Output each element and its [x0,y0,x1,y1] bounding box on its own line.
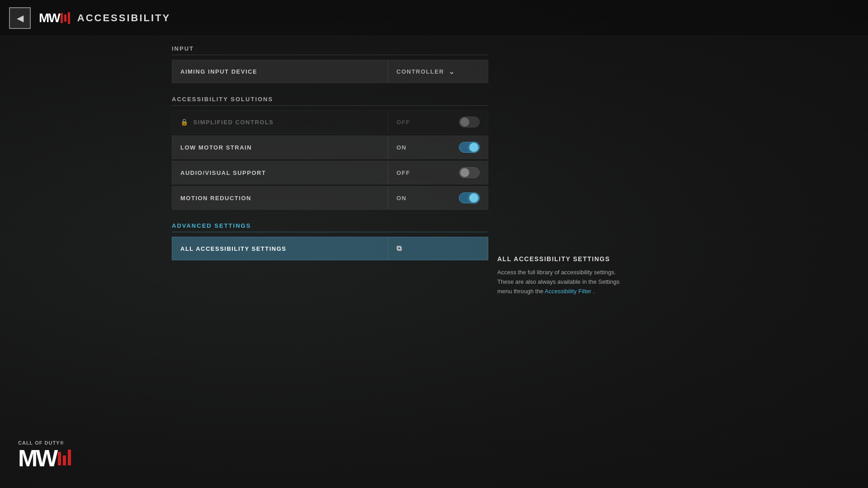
chevron-down-icon: ⌄ [448,67,455,76]
audio-visual-support-row[interactable]: AUDIO/VISUAL SUPPORT OFF [172,161,488,184]
input-section-label: INPUT [172,45,488,55]
simplified-controls-row: 🔒 SIMPLIFIED CONTROLS OFF [172,110,488,134]
motion-reduction-label: MOTION REDUCTION [172,195,388,202]
low-motor-strain-state: ON [396,144,407,151]
audio-visual-support-value[interactable]: OFF [388,167,488,178]
low-motor-strain-row[interactable]: LOW MOTOR STRAIN ON [172,136,488,159]
page-title: ACCESSIBILITY [77,12,170,24]
iii-bar-3 [68,450,71,465]
low-motor-strain-toggle[interactable] [459,142,480,153]
motion-reduction-row[interactable]: MOTION REDUCTION ON [172,186,488,210]
advanced-section: ADVANCED SETTINGS ALL ACCESSIBILITY SETT… [172,222,488,260]
main-content: INPUT AIMING INPUT DEVICE CONTROLLER ⌄ A… [172,45,488,273]
audio-visual-support-label: AUDIO/VISUAL SUPPORT [172,169,388,176]
all-accessibility-settings-label: ALL ACCESSIBILITY SETTINGS [172,245,388,252]
aiming-input-device-label: AIMING INPUT DEVICE [172,68,388,75]
info-panel-title: ALL ACCESSIBILITY SETTINGS [497,255,624,263]
bottom-logo: CALL OF DUTY® MW [18,440,71,470]
audio-visual-toggle[interactable] [459,167,480,178]
lock-icon: 🔒 [180,118,189,126]
logo-bar-3 [68,12,70,24]
motion-reduction-value[interactable]: ON [388,192,488,203]
back-button[interactable]: ◀ [9,7,31,29]
controller-dropdown[interactable]: CONTROLLER ⌄ [396,67,455,76]
accessibility-solutions-section: ACCESSIBILITY SOLUTIONS 🔒 SIMPLIFIED CON… [172,96,488,210]
low-motor-strain-label: LOW MOTOR STRAIN [172,144,388,151]
toggle-thumb [469,193,478,202]
iii-bars [58,450,71,467]
mw-big-text: MW [18,446,56,470]
all-accessibility-settings-value[interactable]: ⧉ [388,244,488,253]
simplified-controls-value: OFF [388,117,488,127]
low-motor-strain-value[interactable]: ON [388,142,488,153]
all-accessibility-settings-row[interactable]: ALL ACCESSIBILITY SETTINGS ⧉ [172,237,488,260]
toggle-thumb [460,168,469,177]
logo-bar-1 [61,13,63,23]
controller-value-text: CONTROLLER [396,68,444,75]
logo-bar-2 [64,14,66,22]
motion-reduction-state: ON [396,195,407,202]
advanced-settings-label: ADVANCED SETTINGS [172,222,488,232]
aiming-input-device-row[interactable]: AIMING INPUT DEVICE CONTROLLER ⌄ [172,60,488,83]
info-text-after: . [593,288,595,295]
back-arrow-icon: ◀ [17,14,24,23]
mwiii-logo: MW [18,446,71,470]
simplified-controls-state: OFF [396,119,410,126]
simplified-controls-toggle [459,117,480,127]
accessibility-filter-link[interactable]: Accessibility Filter [545,288,591,295]
external-link-icon: ⧉ [396,244,402,253]
motion-reduction-toggle[interactable] [459,192,480,203]
info-panel-text: Access the full library of accessibility… [497,268,624,296]
iii-bar-2 [63,455,66,465]
accessibility-solutions-label: ACCESSIBILITY SOLUTIONS [172,96,488,106]
logo-bars [61,12,70,24]
toggle-thumb [460,117,469,127]
toggle-thumb [469,143,478,152]
info-panel: ALL ACCESSIBILITY SETTINGS Access the fu… [497,255,624,296]
input-section: INPUT AIMING INPUT DEVICE CONTROLLER ⌄ [172,45,488,83]
logo-mw-text: MW [39,11,60,25]
cod-logo: CALL OF DUTY® MW [18,440,71,470]
header: ◀ MW ACCESSIBILITY [0,0,868,36]
mw-logo: MW [39,11,70,25]
iii-bar-1 [58,452,61,465]
audio-visual-state: OFF [396,169,410,176]
aiming-input-device-value[interactable]: CONTROLLER ⌄ [388,67,488,76]
simplified-controls-label: 🔒 SIMPLIFIED CONTROLS [172,118,388,126]
